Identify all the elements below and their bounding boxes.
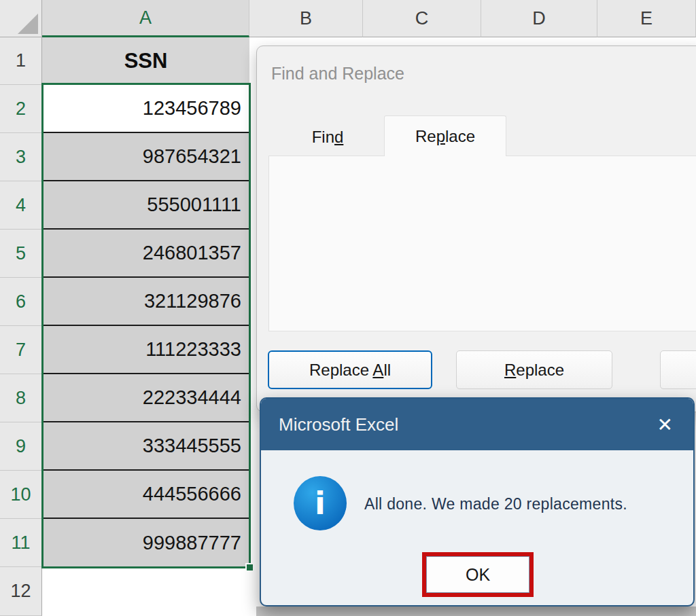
message-title-bar: Microsoft Excel ✕	[261, 399, 693, 450]
column-header-d[interactable]: D	[481, 0, 597, 37]
excel-window: A B C D E 1 2 3 4 5 6 7 8 9 10 11 12 SSN…	[0, 0, 696, 616]
partial-button[interactable]	[660, 350, 696, 389]
cell-a6[interactable]: 321129876	[42, 278, 249, 326]
cell-a2[interactable]: 123456789	[42, 85, 249, 133]
row-header-7[interactable]: 7	[0, 326, 42, 374]
cell-a4[interactable]: 555001111	[42, 181, 249, 230]
select-all-triangle-icon	[18, 14, 38, 34]
cell-a7[interactable]: 111223333	[42, 326, 249, 374]
column-header-a[interactable]: A	[42, 0, 249, 37]
info-icon: i	[294, 476, 347, 530]
replace-button[interactable]: Replace	[456, 350, 612, 389]
message-text: All done. We made 20 replacements.	[364, 495, 684, 513]
cell-a11[interactable]: 999887777	[42, 519, 249, 567]
find-replace-dialog: Find and Replace Find Replace Find what:…	[256, 46, 696, 412]
column-header-b[interactable]: B	[249, 0, 363, 37]
select-all-corner[interactable]	[0, 0, 42, 37]
cell-a8[interactable]: 222334444	[42, 374, 249, 422]
row-header-10[interactable]: 10	[0, 471, 42, 519]
row-header-2[interactable]: 2	[0, 85, 42, 133]
window-edge	[256, 606, 696, 616]
cell-a3[interactable]: 987654321	[42, 133, 249, 181]
excel-message-dialog: Microsoft Excel ✕ i All done. We made 20…	[260, 397, 695, 606]
row-header-3[interactable]: 3	[0, 133, 42, 181]
tab-replace[interactable]: Replace	[384, 115, 506, 156]
row-header-6[interactable]: 6	[0, 278, 42, 326]
row-header-1[interactable]: 1	[0, 37, 42, 85]
annotation-rectangle: OK	[422, 552, 534, 597]
replace-all-button[interactable]: Replace All	[268, 350, 432, 389]
cell-a1[interactable]: SSN	[42, 37, 249, 85]
tab-find[interactable]: Find	[271, 118, 384, 156]
column-header-e[interactable]: E	[597, 0, 696, 37]
replace-tab-panel	[268, 156, 696, 331]
close-icon[interactable]: ✕	[657, 414, 673, 436]
cell-a9[interactable]: 333445555	[42, 422, 249, 471]
cell-a10[interactable]: 444556666	[42, 471, 249, 519]
row-header-9[interactable]: 9	[0, 422, 42, 471]
row-header-5[interactable]: 5	[0, 230, 42, 278]
column-header-c[interactable]: C	[363, 0, 481, 37]
row-header-8[interactable]: 8	[0, 374, 42, 422]
row-header-4[interactable]: 4	[0, 181, 42, 230]
dialog-title: Find and Replace	[271, 64, 404, 84]
row-header-11[interactable]: 11	[0, 519, 42, 567]
ok-button[interactable]: OK	[426, 556, 529, 593]
fill-handle[interactable]	[245, 563, 254, 572]
message-title: Microsoft Excel	[279, 414, 398, 435]
row-header-12[interactable]: 12	[0, 567, 42, 616]
cell-a5[interactable]: 246801357	[42, 230, 249, 278]
